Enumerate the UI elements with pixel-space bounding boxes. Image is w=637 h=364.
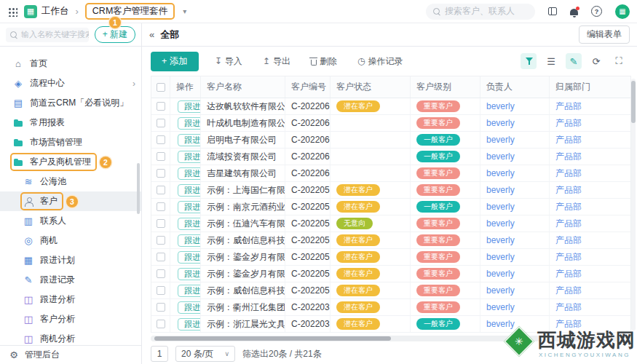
row-checkbox[interactable] xyxy=(157,169,165,178)
global-search-input[interactable]: 搜索客户、联系人 xyxy=(426,4,535,20)
sidebar-item-jdy-crm-readme[interactable]: 简道云CRM「必看说明」 xyxy=(0,93,141,113)
fullscreen-button[interactable]: ⛶ xyxy=(611,53,627,69)
department-link[interactable]: 产品部 xyxy=(555,167,582,180)
department-link[interactable]: 产品部 xyxy=(555,117,582,130)
owner-link[interactable]: beverly xyxy=(486,202,515,212)
follow-up-button[interactable]: 跟进 xyxy=(178,268,201,280)
follow-up-button[interactable]: 跟进 xyxy=(178,100,201,113)
follow-up-button[interactable]: 跟进 xyxy=(178,318,201,331)
department-link[interactable]: 产品部 xyxy=(555,234,582,247)
row-checkbox[interactable] xyxy=(157,269,165,278)
row-checkbox[interactable] xyxy=(157,152,165,161)
sidebar-item-follow-analysis[interactable]: 跟进分析 xyxy=(0,290,141,309)
sidebar-item-public-pool[interactable]: 公海池 xyxy=(0,172,141,191)
owner-link[interactable]: beverly xyxy=(486,135,515,145)
department-link[interactable]: 产品部 xyxy=(555,251,582,264)
department-link[interactable]: 产品部 xyxy=(555,268,582,280)
owner-link[interactable]: beverly xyxy=(486,101,515,111)
department-link[interactable]: 产品部 xyxy=(555,318,582,331)
department-link[interactable]: 产品部 xyxy=(555,301,582,314)
department-link[interactable]: 产品部 xyxy=(555,184,582,197)
department-link[interactable]: 产品部 xyxy=(555,201,582,213)
row-checkbox[interactable] xyxy=(157,253,165,261)
apps-grid-icon[interactable] xyxy=(7,7,17,17)
sidebar-item-follow-plan[interactable]: 跟进计划 xyxy=(0,250,141,270)
owner-link[interactable]: beverly xyxy=(486,235,515,245)
follow-up-button[interactable]: 跟进 xyxy=(178,218,201,230)
edit-form-button[interactable]: 编辑表单 xyxy=(579,25,630,44)
app-selector[interactable]: CRM客户管理套件 xyxy=(85,3,175,20)
import-button[interactable]: ↧ 导入 xyxy=(210,55,247,68)
sidebar-item-follow-records[interactable]: 跟进记录 xyxy=(0,270,141,290)
add-button[interactable]: + 添加 xyxy=(151,52,199,71)
chevron-down-icon[interactable]: ▾ xyxy=(183,7,186,15)
owner-link[interactable]: beverly xyxy=(486,151,515,162)
sidebar-item-opportunities[interactable]: 商机 xyxy=(0,231,141,250)
owner-link[interactable]: beverly xyxy=(486,118,515,128)
horizontal-scrollbar-thumb[interactable] xyxy=(154,336,391,341)
export-button[interactable]: ↥ 导出 xyxy=(258,55,295,68)
vertical-scrollbar-thumb[interactable] xyxy=(631,81,636,123)
address-book-icon[interactable] xyxy=(548,7,557,15)
sidebar-scrollbar[interactable] xyxy=(137,163,140,214)
row-checkbox[interactable] xyxy=(157,135,165,144)
owner-link[interactable]: beverly xyxy=(486,218,515,229)
row-checkbox[interactable] xyxy=(157,186,165,194)
current-page-box[interactable]: 1 xyxy=(151,346,168,362)
department-link[interactable]: 产品部 xyxy=(555,134,582,146)
new-button[interactable]: + 新建 1 xyxy=(95,26,135,43)
workspace-chip[interactable]: ▦ 工作台 xyxy=(24,5,69,18)
owner-link[interactable]: beverly xyxy=(486,168,515,178)
sidebar-item-home[interactable]: 首页 xyxy=(0,54,141,74)
sidebar-search-input[interactable]: 输入名称关键字搜索 xyxy=(6,28,89,42)
delete-button[interactable]: 删除 xyxy=(306,55,341,68)
vertical-scrollbar[interactable] xyxy=(631,79,636,331)
column-settings-button[interactable]: ☰ xyxy=(543,53,559,69)
collapse-sidebar-icon[interactable]: « xyxy=(149,29,154,40)
notification-bell-icon[interactable] xyxy=(570,9,578,15)
page-size-select[interactable]: 20 条/页 ∨ xyxy=(175,346,235,362)
row-checkbox[interactable] xyxy=(157,119,165,127)
row-checkbox[interactable] xyxy=(157,303,165,312)
sidebar-item-contacts[interactable]: 联系人 xyxy=(0,211,141,231)
row-checkbox[interactable] xyxy=(157,286,165,295)
follow-up-button[interactable]: 跟进 xyxy=(178,134,201,146)
avatar[interactable]: ▦ xyxy=(615,4,630,19)
row-checkbox[interactable] xyxy=(157,320,165,328)
sidebar-item-process-center[interactable]: 流程中心› xyxy=(0,74,141,93)
owner-link[interactable]: beverly xyxy=(486,319,515,329)
sidebar-item-customer-analysis[interactable]: 客户分析 xyxy=(0,309,141,329)
owner-link[interactable]: beverly xyxy=(486,269,515,279)
help-icon[interactable]: ? xyxy=(591,6,602,17)
follow-up-button[interactable]: 跟进 xyxy=(178,184,201,197)
owner-link[interactable]: beverly xyxy=(486,302,515,312)
owner-link[interactable]: beverly xyxy=(486,285,515,296)
follow-up-button[interactable]: 跟进 xyxy=(178,167,201,180)
sidebar-item-customer-opportunity-mgmt[interactable]: 客户及商机管理2 xyxy=(0,152,141,172)
refresh-button[interactable]: ⟳ xyxy=(588,53,604,69)
department-link[interactable]: 产品部 xyxy=(555,285,582,297)
owner-link[interactable]: beverly xyxy=(486,185,515,195)
follow-up-button[interactable]: 跟进 xyxy=(178,285,201,297)
follow-up-button[interactable]: 跟进 xyxy=(178,234,201,247)
follow-up-button[interactable]: 跟进 xyxy=(178,117,201,130)
sidebar-item-customers[interactable]: 客户3 xyxy=(0,191,141,211)
horizontal-scrollbar[interactable] xyxy=(151,336,630,341)
select-all-checkbox[interactable] xyxy=(157,83,165,92)
row-checkbox[interactable] xyxy=(157,202,165,211)
department-link[interactable]: 产品部 xyxy=(555,151,582,163)
sidebar-item-common-reports[interactable]: 常用报表 xyxy=(0,113,141,132)
row-checkbox[interactable] xyxy=(157,102,165,111)
form-view-button[interactable]: ✎ xyxy=(566,53,582,69)
filter-button[interactable] xyxy=(521,53,537,69)
follow-up-button[interactable]: 跟进 xyxy=(178,201,201,213)
sidebar-footer-admin[interactable]: 管理后台 xyxy=(0,345,141,364)
row-checkbox[interactable] xyxy=(157,219,165,228)
follow-up-button[interactable]: 跟进 xyxy=(178,251,201,264)
department-link[interactable]: 产品部 xyxy=(555,218,582,230)
owner-link[interactable]: beverly xyxy=(486,252,515,262)
follow-up-button[interactable]: 跟进 xyxy=(178,301,201,314)
follow-up-button[interactable]: 跟进 xyxy=(178,151,201,163)
operation-log-button[interactable]: ◷ 操作记录 xyxy=(353,55,407,68)
sidebar-item-marketing-mgmt[interactable]: 市场营销管理 xyxy=(0,132,141,152)
